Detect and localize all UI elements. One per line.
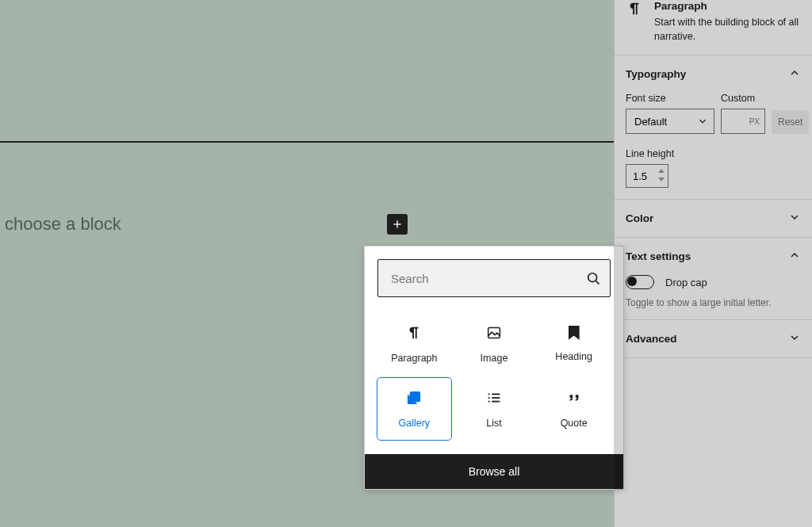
font-size-select[interactable] (626, 109, 714, 134)
quote-icon (565, 389, 583, 407)
panel-title: Advanced (626, 333, 677, 345)
line-height-label: Line height (626, 148, 801, 159)
gallery-icon (405, 389, 423, 407)
color-panel: Color (615, 200, 812, 238)
typography-panel: Typography Font size Custom (615, 55, 812, 200)
block-heading[interactable]: Heading (534, 313, 614, 375)
plus-icon (391, 218, 404, 231)
drop-cap-help: Toggle to show a large initial letter. (626, 297, 801, 308)
paragraph-icon (405, 324, 423, 342)
svg-rect-4 (488, 328, 500, 338)
block-search-input[interactable] (377, 259, 611, 297)
list-icon (485, 389, 503, 407)
color-panel-toggle[interactable]: Color (626, 211, 801, 226)
chevron-down-icon (788, 211, 801, 226)
block-label: Gallery (399, 418, 431, 429)
image-icon (485, 324, 503, 342)
paragraph-icon (626, 0, 643, 44)
block-label: Heading (555, 351, 592, 362)
custom-label: Custom (721, 93, 765, 104)
block-name: Paragraph (654, 0, 801, 12)
block-quote[interactable]: Quote (534, 375, 614, 443)
line-height-input[interactable] (626, 164, 668, 188)
block-image[interactable]: Image (454, 313, 534, 375)
reset-button[interactable]: Reset (772, 110, 809, 134)
separator-line (0, 141, 614, 143)
advanced-panel: Advanced (615, 320, 812, 358)
text-settings-panel-toggle[interactable]: Text settings (626, 249, 801, 264)
block-label: List (486, 418, 501, 429)
block-placeholder-text: choose a block (5, 214, 121, 235)
panel-title: Color (626, 212, 653, 224)
add-block-button[interactable] (387, 214, 408, 235)
editor-canvas[interactable]: choose a block Paragraph Image Headi (0, 0, 614, 527)
browse-all-button[interactable]: Browse all (365, 454, 623, 489)
panel-title: Text settings (626, 250, 691, 262)
chevron-up-icon (788, 249, 801, 264)
block-label: Quote (561, 418, 588, 429)
chevron-up-icon (788, 67, 801, 82)
drop-cap-label: Drop cap (665, 277, 707, 288)
text-settings-panel: Text settings Drop cap Toggle to show a … (615, 238, 812, 320)
custom-font-size-input[interactable] (721, 109, 765, 134)
settings-sidebar: Paragraph Start with the building block … (614, 0, 812, 527)
font-size-label: Font size (626, 93, 714, 104)
drop-cap-toggle[interactable] (626, 275, 654, 289)
block-paragraph[interactable]: Paragraph (374, 313, 454, 375)
chevron-down-icon (788, 331, 801, 346)
block-description: Start with the building block of all nar… (654, 15, 801, 44)
panel-title: Typography (626, 68, 686, 80)
block-list[interactable]: List (454, 375, 534, 443)
advanced-panel-toggle[interactable]: Advanced (626, 331, 801, 346)
typography-panel-toggle[interactable]: Typography (626, 67, 801, 82)
block-inserter-popover: Paragraph Image Heading Gallery List (364, 246, 624, 490)
block-label: Paragraph (391, 353, 437, 364)
block-label: Image (481, 353, 508, 364)
block-gallery[interactable]: Gallery (377, 378, 451, 440)
